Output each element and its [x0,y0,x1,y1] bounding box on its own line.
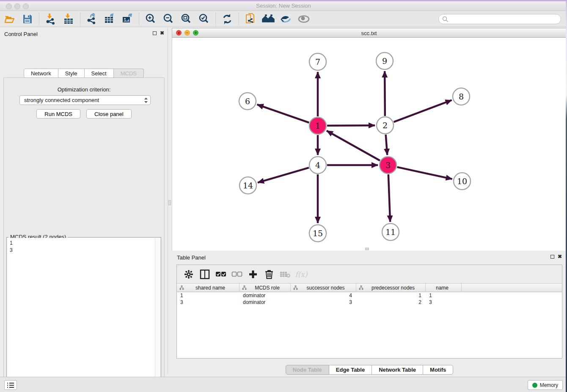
column-header-shared-name[interactable]: shared name [177,284,239,292]
select-all-icon[interactable] [215,268,227,280]
delete-table-icon[interactable] [279,268,291,280]
tab-mcds[interactable]: MCDS [114,69,144,78]
edge-1-6[interactable] [257,105,309,123]
float-panel-icon[interactable] [153,31,157,35]
table-panel-title: Table Panel [177,254,206,261]
table-cell[interactable]: dominator [239,292,291,299]
table-cell[interactable]: 3 [426,299,462,306]
mcds-result-list: 13 [7,238,155,392]
column-header-label: successor nodes [298,285,356,291]
column-type-icon [179,285,184,290]
network-window-titlebar[interactable]: x − + scc.txt [172,28,566,38]
column-type-icon [242,285,247,290]
tab-node-table[interactable]: Node Table [286,365,329,375]
node-label-3: 3 [385,160,391,170]
vertical-splitter-handle[interactable] [168,200,171,205]
import-network-icon[interactable] [44,13,57,25]
edge-2-9[interactable] [385,71,385,116]
float-table-panel-icon[interactable] [550,255,554,259]
edge-3-11[interactable] [388,174,390,222]
new-network-from-selection-icon[interactable] [244,13,257,25]
tab-select[interactable]: Select [85,69,114,78]
mcds-result-item: 3 [10,247,152,254]
horizontal-splitter-handle[interactable] [365,248,369,250]
column-header-label: shared name [184,285,239,291]
node-label-1: 1 [315,121,320,130]
column-header-predecessor-nodes[interactable]: predecessor nodes [356,284,426,292]
refresh-icon[interactable] [221,13,234,25]
save-session-icon[interactable] [21,13,34,25]
node-label-4: 4 [315,160,320,170]
network-canvas[interactable]: 7968124314101511 [172,38,566,251]
node-label-14: 14 [243,181,253,190]
table-tabs: Node TableEdge TableNetwork TableMotifs [172,365,567,375]
table-cell[interactable]: dominator [239,299,291,306]
column-header-name[interactable]: name [426,284,462,292]
table-cell[interactable]: 1 [177,292,239,299]
search-input[interactable] [449,15,561,23]
memory-button[interactable]: Memory [528,380,563,390]
node-label-11: 11 [385,227,396,237]
add-column-icon[interactable] [247,268,259,280]
app-titlebar: Session: New Session [0,0,567,11]
tab-network[interactable]: Network [24,69,58,78]
mcds-result-box: MCDS result (2 nodes) 13 [6,237,161,392]
column-header-successor-nodes[interactable]: successor nodes [291,284,356,292]
import-table-icon[interactable] [62,13,75,25]
show-graphics-details-icon[interactable] [297,13,310,25]
tab-edge-table[interactable]: Edge Table [329,365,372,375]
vizmapper-icon[interactable] [280,13,292,25]
network-window-title: scc.txt [172,30,566,36]
apply-function-icon[interactable]: f(x) [295,268,307,280]
toolbar-separator [80,13,80,25]
toolbar-search[interactable] [438,14,561,24]
mcds-result-scrollbar[interactable] [155,238,160,392]
table-row[interactable]: 3dominator323 [177,299,562,306]
close-panel-button[interactable]: Close panel [86,109,132,119]
table-row[interactable]: 1dominator411 [177,292,562,299]
edge-3-10[interactable] [397,167,452,179]
edge-2-3[interactable] [386,135,388,155]
deselect-all-icon[interactable] [231,268,243,280]
tab-network-table[interactable]: Network Table [372,365,423,375]
column-header-filler [462,284,562,292]
edge-3-1[interactable] [327,131,380,161]
zoom-fit-icon[interactable] [180,13,193,25]
open-session-icon[interactable] [3,13,16,25]
show-columns-icon[interactable] [199,268,211,280]
column-header-label: name [426,285,461,291]
table-cell[interactable]: 1 [356,292,426,299]
table-cell[interactable]: 2 [356,299,426,306]
main-toolbar [0,11,567,27]
close-panel-icon[interactable]: ✖ [160,31,164,35]
mcds-panel: Optimization criterion: strongly connect… [3,77,165,392]
export-table-icon[interactable] [103,13,116,25]
table-cell[interactable]: 3 [177,299,239,306]
table-cell[interactable]: 1 [426,292,462,299]
table-options-icon[interactable] [183,268,195,280]
close-table-panel-icon[interactable]: ✖ [558,254,562,259]
export-network-icon[interactable] [85,13,98,25]
status-bar: Memory [0,377,567,392]
edge-1-2[interactable] [327,125,375,126]
edge-2-8[interactable] [394,100,452,122]
zoom-selected-icon[interactable] [198,13,210,25]
table-cell[interactable]: 4 [291,292,356,299]
toolbar-separator [139,13,139,25]
apply-preferred-layout-icon[interactable] [262,13,275,25]
run-mcds-button[interactable]: Run MCDS [36,109,80,119]
export-image-icon[interactable] [121,13,134,25]
table-rows: 1dominator4113dominator323 [177,292,562,306]
tab-style[interactable]: Style [58,69,85,78]
task-history-button[interactable] [4,380,17,390]
delete-column-icon[interactable] [263,268,275,280]
zoom-in-icon[interactable] [144,13,157,25]
node-label-2: 2 [383,121,388,130]
column-header-MCDS-role[interactable]: MCDS role [239,284,291,292]
zoom-out-icon[interactable] [162,13,175,25]
search-icon [442,16,449,22]
table-cell[interactable]: 3 [291,299,356,306]
edge-4-14[interactable] [258,168,309,182]
criterion-select[interactable]: strongly connected component [19,95,151,105]
tab-motifs[interactable]: Motifs [423,365,453,375]
